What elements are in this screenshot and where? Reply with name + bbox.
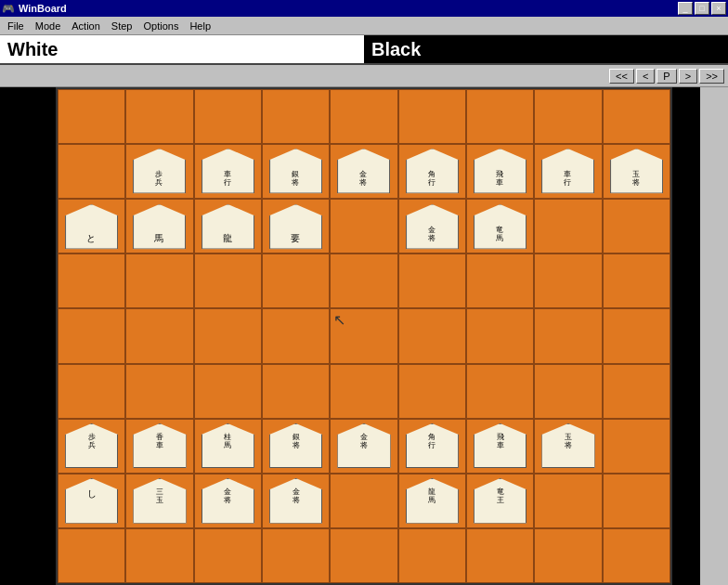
piece-6-6[interactable]: 飛 車 xyxy=(474,423,526,469)
cell-6-1[interactable]: 香 車 xyxy=(125,419,193,474)
piece-1-8[interactable]: 玉 将 xyxy=(610,149,663,194)
nav-prev-button[interactable]: < xyxy=(636,69,655,84)
cell-8-8[interactable] xyxy=(603,528,670,583)
piece-1-6[interactable]: 飛 車 xyxy=(474,149,526,194)
menu-mode[interactable]: Mode xyxy=(30,19,67,33)
piece-6-4[interactable]: 金 将 xyxy=(337,423,390,469)
cell-1-4[interactable]: 金 将 xyxy=(330,144,397,199)
cell-0-3[interactable] xyxy=(262,89,330,144)
piece-6-7[interactable]: 玉 将 xyxy=(541,423,594,469)
cell-1-7[interactable]: 車 行 xyxy=(534,144,602,199)
cell-7-1[interactable]: 三 玉 xyxy=(125,474,193,528)
cell-4-7[interactable] xyxy=(534,308,602,363)
cell-0-2[interactable] xyxy=(194,89,262,144)
cell-1-3[interactable]: 銀 将 xyxy=(262,144,330,199)
piece-6-0[interactable]: 歩 兵 xyxy=(65,423,118,469)
piece-1-2[interactable]: 車 行 xyxy=(202,149,254,194)
cell-4-1[interactable] xyxy=(125,308,193,363)
menu-step[interactable]: Step xyxy=(106,19,138,33)
cell-8-6[interactable] xyxy=(466,528,534,583)
cell-2-0[interactable]: と xyxy=(58,199,125,254)
piece-7-2[interactable]: 金 将 xyxy=(202,478,254,524)
cell-8-1[interactable] xyxy=(125,528,193,583)
piece-2-0[interactable]: と xyxy=(65,204,118,250)
cell-6-8[interactable] xyxy=(603,419,670,474)
cell-0-6[interactable] xyxy=(466,89,534,144)
cell-8-3[interactable] xyxy=(262,528,330,583)
piece-7-6[interactable]: 竜 王 xyxy=(474,478,526,524)
nav-first-button[interactable]: << xyxy=(609,69,634,84)
piece-2-5[interactable]: 金 将 xyxy=(406,204,459,250)
cell-6-0[interactable]: 歩 兵 xyxy=(58,419,125,474)
piece-6-1[interactable]: 香 車 xyxy=(133,423,186,469)
piece-7-5[interactable]: 龍 馬 xyxy=(406,478,459,524)
menu-file[interactable]: File xyxy=(2,19,30,33)
piece-7-3[interactable]: 金 将 xyxy=(269,478,322,524)
cell-0-7[interactable] xyxy=(534,89,602,144)
cell-5-7[interactable] xyxy=(534,364,602,419)
cell-2-6[interactable]: 竜 馬 xyxy=(466,199,534,254)
menu-options[interactable]: Options xyxy=(137,19,184,33)
cell-4-8[interactable] xyxy=(603,308,670,363)
cell-5-2[interactable] xyxy=(194,364,262,419)
cell-4-3[interactable] xyxy=(262,308,330,363)
piece-1-3[interactable]: 銀 将 xyxy=(269,149,322,194)
piece-2-1[interactable]: 馬 xyxy=(133,204,186,250)
cell-1-1[interactable]: 歩 兵 xyxy=(125,144,193,199)
cell-5-6[interactable] xyxy=(466,364,534,419)
cell-0-8[interactable] xyxy=(603,89,670,144)
cell-0-4[interactable] xyxy=(330,89,397,144)
cell-6-2[interactable]: 桂 馬 xyxy=(194,419,262,474)
cell-7-5[interactable]: 龍 馬 xyxy=(398,474,466,528)
close-button[interactable]: × xyxy=(711,2,726,15)
cell-8-4[interactable] xyxy=(330,528,397,583)
cell-2-5[interactable]: 金 将 xyxy=(398,199,466,254)
minimize-button[interactable]: _ xyxy=(678,2,693,15)
piece-6-2[interactable]: 桂 馬 xyxy=(202,423,254,469)
piece-1-7[interactable]: 車 行 xyxy=(541,149,594,194)
cell-7-4[interactable] xyxy=(330,474,397,528)
cell-5-5[interactable] xyxy=(398,364,466,419)
piece-2-3[interactable]: 要 xyxy=(269,204,322,250)
shogi-board[interactable]: 歩 兵車 行銀 将金 将角 行飛 車車 行玉 将と馬龍要金 将竜 馬歩 兵香 車… xyxy=(56,87,672,585)
cell-1-8[interactable]: 玉 将 xyxy=(603,144,670,199)
piece-6-5[interactable]: 角 行 xyxy=(406,423,459,469)
cell-6-7[interactable]: 玉 将 xyxy=(534,419,602,474)
cell-3-1[interactable] xyxy=(125,254,193,308)
cell-7-8[interactable] xyxy=(603,474,670,528)
cell-4-4[interactable] xyxy=(330,308,397,363)
cell-3-7[interactable] xyxy=(534,254,602,308)
cell-3-8[interactable] xyxy=(603,254,670,308)
cell-8-0[interactable] xyxy=(58,528,125,583)
cell-8-7[interactable] xyxy=(534,528,602,583)
piece-2-6[interactable]: 竜 馬 xyxy=(474,204,526,250)
cell-6-3[interactable]: 銀 将 xyxy=(262,419,330,474)
cell-6-4[interactable]: 金 将 xyxy=(330,419,397,474)
cell-5-8[interactable] xyxy=(603,364,670,419)
cell-3-5[interactable] xyxy=(398,254,466,308)
cell-2-7[interactable] xyxy=(534,199,602,254)
cell-1-6[interactable]: 飛 車 xyxy=(466,144,534,199)
cell-7-3[interactable]: 金 将 xyxy=(262,474,330,528)
cell-1-0[interactable] xyxy=(58,144,125,199)
maximize-button[interactable]: □ xyxy=(695,2,709,15)
cell-3-4[interactable] xyxy=(330,254,397,308)
cell-7-2[interactable]: 金 将 xyxy=(194,474,262,528)
cell-4-6[interactable] xyxy=(466,308,534,363)
cell-7-7[interactable] xyxy=(534,474,602,528)
cell-5-3[interactable] xyxy=(262,364,330,419)
cell-5-4[interactable] xyxy=(330,364,397,419)
cell-5-1[interactable] xyxy=(125,364,193,419)
cell-0-5[interactable] xyxy=(398,89,466,144)
piece-1-5[interactable]: 角 行 xyxy=(406,149,459,194)
menu-action[interactable]: Action xyxy=(66,19,106,33)
cell-6-6[interactable]: 飛 車 xyxy=(466,419,534,474)
cell-4-2[interactable] xyxy=(194,308,262,363)
cell-4-0[interactable] xyxy=(58,308,125,363)
cell-2-8[interactable] xyxy=(603,199,670,254)
cell-3-3[interactable] xyxy=(262,254,330,308)
cell-6-5[interactable]: 角 行 xyxy=(398,419,466,474)
cell-1-2[interactable]: 車 行 xyxy=(194,144,262,199)
nav-pause-button[interactable]: P xyxy=(656,69,676,84)
cell-1-5[interactable]: 角 行 xyxy=(398,144,466,199)
